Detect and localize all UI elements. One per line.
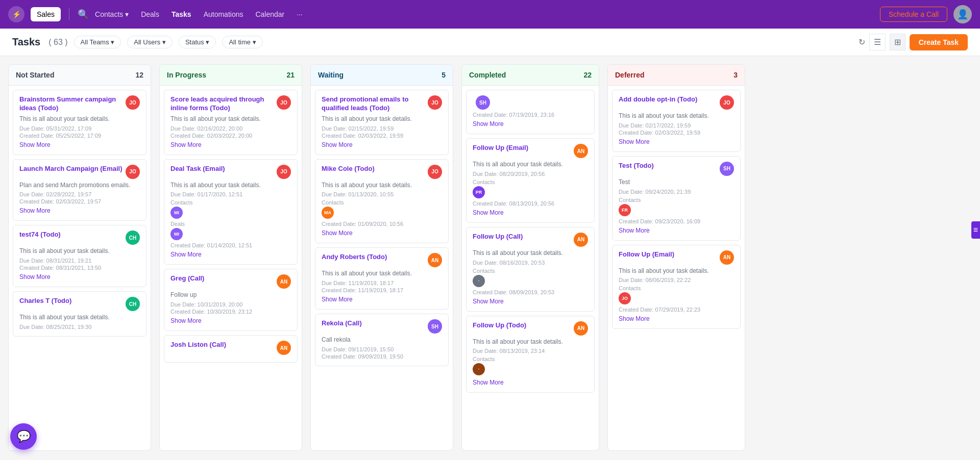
col-count-deferred: 3 [733,71,738,79]
task-title[interactable]: Andy Roberts (Todo) [322,253,425,262]
task-title[interactable]: Brainstorm Summer campaign ideas (Todo) [19,95,122,113]
show-more-button[interactable]: Show More [19,140,51,149]
show-more-button[interactable]: Show More [473,119,504,129]
nav-calendar[interactable]: Calendar [255,10,284,18]
sales-dropdown[interactable]: Sales [31,7,61,21]
table-row[interactable]: Score leads acquired through inline form… [164,90,298,155]
user-badge: JO [428,165,442,179]
task-title[interactable]: Send promotional emails to qualified lea… [322,95,425,113]
table-row[interactable]: Follow Up (Todo) AN This is all about yo… [466,316,595,393]
kanban-view-button[interactable]: ⊞ [890,34,905,50]
show-more-button[interactable]: Show More [619,137,650,146]
table-row[interactable]: Follow Up (Call) AN This is all about yo… [466,227,595,312]
panel-indicator[interactable]: ≡ [971,221,980,239]
task-title[interactable]: Josh Liston (Call) [170,341,274,349]
show-more-button[interactable]: Show More [473,378,504,387]
task-title[interactable]: test74 (Todo) [19,231,122,239]
show-more-button[interactable]: Show More [19,272,51,282]
page-title: Tasks [12,36,40,48]
task-title[interactable]: Mike Cole (Todo) [322,165,425,173]
show-more-button[interactable]: Show More [473,297,504,306]
show-more-button[interactable]: Show More [619,226,650,235]
filter-status[interactable]: Status ▾ [179,36,216,48]
task-created: Created Date: 08/13/2019, 20:56 [473,200,588,207]
show-more-button[interactable]: Show More [170,140,202,149]
nav-more-icon[interactable]: ··· [297,10,303,18]
table-row[interactable]: Josh Liston (Call) AN [164,335,298,363]
task-count: ( 63 ) [48,38,67,47]
contact-avatar: MA [322,207,334,219]
column-not-started: Not Started 12 Brainstorm Summer campaig… [8,64,151,451]
task-created: Created Date: 07/29/2019, 22:23 [619,306,734,313]
task-desc: Plan and send March promotions emails. [19,181,140,190]
table-row[interactable]: Follow Up (Email) AN This is all about y… [612,245,741,329]
chat-widget[interactable]: 💬 [10,423,37,450]
table-row[interactable]: SH Created Date: 07/19/2019, 23:16 Show … [466,90,595,134]
task-title[interactable]: Follow Up (Call) [473,233,571,241]
show-more-button[interactable]: Show More [170,316,202,325]
nav-automations[interactable]: Automations [204,10,243,18]
contact-avatar: FR [619,204,631,216]
filter-all-teams[interactable]: All Teams ▾ [74,36,121,48]
col-body-completed: SH Created Date: 07/19/2019, 23:16 Show … [462,86,599,450]
task-desc: Follow up [170,291,291,299]
task-title[interactable]: Follow Up (Email) [473,144,571,152]
table-row[interactable]: Test (Todo) SH Test Due Date: 09/24/2020… [612,156,741,241]
task-due: Due Date: 09/24/2020, 21:39 [619,189,734,195]
filter-all-users[interactable]: All Users ▾ [127,36,173,48]
col-body-deferred: Add double opt-in (Todo) JO This is all … [608,86,745,450]
contact-avatars: FR [619,204,734,216]
task-title[interactable]: Score leads acquired through inline form… [170,95,274,113]
show-more-button[interactable]: Show More [170,250,202,259]
table-row[interactable]: Mike Cole (Todo) JO This is all about yo… [315,159,449,244]
create-task-button[interactable]: Create Task [910,34,968,50]
contact-avatar: PR [473,186,485,198]
task-created: Created Date: 05/25/2022, 17:09 [19,133,140,139]
table-row[interactable]: Brainstorm Summer campaign ideas (Todo) … [13,90,146,155]
task-desc: This is all about your task details. [322,115,442,123]
task-title[interactable]: Test (Todo) [619,162,717,170]
task-desc: This is all about your task details. [619,112,734,120]
table-row[interactable]: Deal Task (Email) JO This is all about y… [164,159,298,265]
col-body-not-started: Brainstorm Summer campaign ideas (Todo) … [9,86,151,450]
table-row[interactable]: Andy Roberts (Todo) AN This is all about… [315,247,449,310]
show-more-button[interactable]: Show More [322,140,353,149]
show-more-button[interactable]: Show More [19,206,51,215]
nav-tasks[interactable]: Tasks [172,10,191,18]
table-row[interactable]: Send promotional emails to qualified lea… [315,90,449,155]
col-header-not-started: Not Started 12 [9,65,151,86]
table-row[interactable]: Rekola (Call) SH Call rekola Due Date: 0… [315,314,449,366]
task-due: Due Date: 08/25/2021, 19:30 [19,324,140,330]
task-title[interactable]: Greg (Call) [170,274,274,283]
task-created: Created Date: 10/30/2019, 23:12 [170,309,291,315]
nav-contacts[interactable]: Contacts ▾ [95,10,129,18]
filter-all-time[interactable]: All time ▾ [222,36,262,48]
show-more-button[interactable]: Show More [619,314,650,323]
show-more-button[interactable]: Show More [322,228,353,238]
task-title[interactable]: Charles T (Todo) [19,297,122,305]
task-title[interactable]: Launch March Campaign (Email) [19,165,122,173]
show-more-button[interactable]: Show More [473,208,504,217]
table-row[interactable]: Charles T (Todo) CH This is all about yo… [13,291,146,337]
contacts-label: Contacts [619,285,734,291]
user-avatar[interactable]: 👤 [953,5,972,23]
table-row[interactable]: Add double opt-in (Todo) JO This is all … [612,90,741,152]
search-icon[interactable]: 🔍 [78,9,89,20]
task-title[interactable]: Add double opt-in (Todo) [619,95,717,104]
schedule-call-button[interactable]: Schedule a Call [880,7,947,22]
task-due: Due Date: 08/16/2019, 20:53 [473,260,588,266]
user-badge: JO [277,95,291,110]
table-row[interactable]: Follow Up (Email) AN This is all about y… [466,138,595,223]
refresh-button[interactable]: ↻ [859,37,865,47]
task-title[interactable]: Follow Up (Todo) [473,321,571,330]
table-row[interactable]: Greg (Call) AN Follow up Due Date: 10/31… [164,269,298,331]
task-title[interactable]: Rekola (Call) [322,319,425,328]
table-row[interactable]: Launch March Campaign (Email) JO Plan an… [13,159,146,221]
app-logo[interactable]: ⚡ [8,6,24,22]
task-title[interactable]: Deal Task (Email) [170,165,274,173]
nav-deals[interactable]: Deals [141,10,159,18]
list-view-button[interactable]: ☰ [869,34,886,50]
show-more-button[interactable]: Show More [322,295,353,304]
task-title[interactable]: Follow Up (Email) [619,250,717,259]
table-row[interactable]: test74 (Todo) CH This is all about your … [13,225,146,287]
